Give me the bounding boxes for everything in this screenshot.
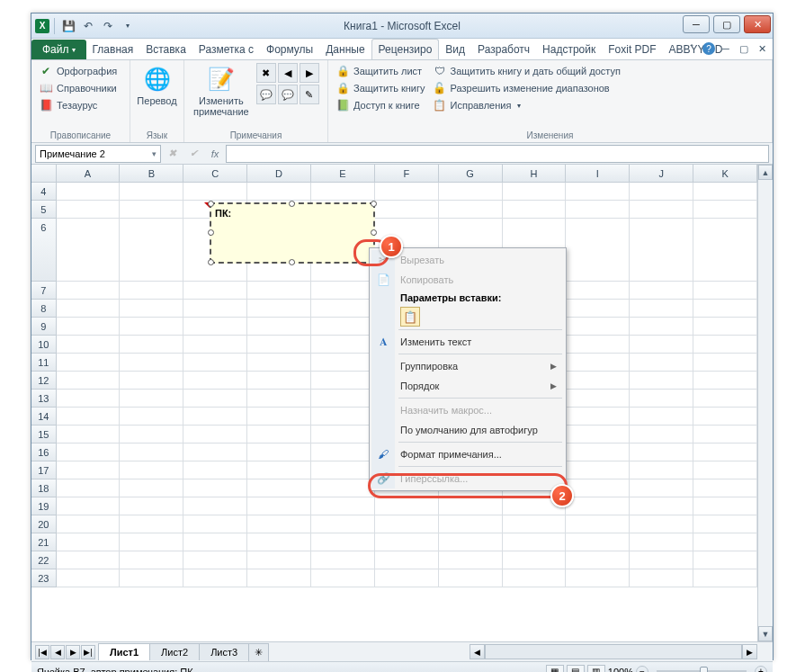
horizontal-scrollbar[interactable]: ◀ ▶ (470, 644, 757, 659)
cell[interactable] (693, 219, 757, 282)
cell[interactable] (57, 336, 121, 354)
paste-icon[interactable]: 📋 (400, 307, 420, 327)
cell[interactable] (693, 461, 757, 479)
reference-button[interactable]: 📖Справочники (37, 80, 119, 96)
tab-data[interactable]: Данные (319, 40, 371, 59)
cm-group[interactable]: Группировка▶ (371, 356, 564, 376)
col-header[interactable]: G (439, 165, 503, 182)
cell[interactable] (375, 201, 439, 219)
cell[interactable] (693, 201, 757, 219)
sheet-tab[interactable]: Лист3 (199, 643, 249, 660)
tab-addins[interactable]: Надстройк (536, 40, 602, 59)
protect-book-button[interactable]: 🔒Защитить книгу (334, 80, 427, 96)
cell[interactable] (693, 444, 757, 461)
cell[interactable] (630, 201, 693, 219)
file-tab[interactable]: Файл▾ (31, 40, 86, 59)
row-header[interactable]: 9 (31, 318, 57, 336)
cell[interactable] (311, 282, 375, 300)
cell[interactable] (503, 551, 567, 569)
cell[interactable] (183, 318, 247, 336)
row-header[interactable]: 11 (31, 354, 57, 372)
cell[interactable] (183, 282, 247, 300)
cell[interactable] (566, 282, 630, 300)
cell[interactable] (120, 426, 183, 444)
cell[interactable] (311, 444, 375, 461)
cell[interactable] (57, 551, 121, 569)
cell[interactable] (247, 479, 311, 497)
cell[interactable] (566, 201, 630, 219)
cell[interactable] (375, 551, 439, 569)
col-header[interactable]: D (247, 165, 311, 182)
cell[interactable] (247, 461, 311, 479)
next-sheet-icon[interactable]: ▶ (66, 645, 80, 659)
cell[interactable] (183, 354, 247, 372)
cell[interactable] (57, 461, 121, 479)
col-header[interactable]: H (503, 165, 567, 182)
help-icon[interactable]: ? (702, 42, 715, 55)
cell[interactable] (247, 282, 311, 300)
cm-paste-option[interactable]: 📋 (371, 306, 564, 327)
cell[interactable] (311, 479, 375, 497)
cm-format-comment[interactable]: 🖌Формат примечания... (371, 444, 564, 464)
cell[interactable] (566, 479, 630, 497)
first-sheet-icon[interactable]: |◀ (35, 645, 49, 659)
cell[interactable] (693, 408, 757, 426)
col-header[interactable]: J (630, 165, 693, 182)
cell[interactable] (57, 497, 121, 515)
cell[interactable] (120, 318, 183, 336)
cell[interactable] (120, 201, 183, 219)
cell[interactable] (566, 300, 630, 318)
cell[interactable] (311, 354, 375, 372)
cell[interactable] (311, 183, 375, 201)
cell[interactable] (693, 354, 757, 372)
cell[interactable] (566, 354, 630, 372)
show-all-icon[interactable]: 💬 (278, 85, 298, 104)
cell[interactable] (247, 372, 311, 390)
cell[interactable] (693, 497, 757, 515)
cell[interactable] (120, 551, 183, 569)
cell[interactable] (311, 336, 375, 354)
thesaurus-button[interactable]: 📕Тезаурус (37, 97, 119, 113)
delete-comment-icon[interactable]: ✖ (256, 63, 276, 83)
cell[interactable] (503, 201, 567, 219)
cell[interactable] (247, 533, 311, 551)
row-header[interactable]: 21 (31, 533, 57, 551)
cell[interactable] (630, 569, 693, 587)
cell[interactable] (120, 444, 183, 461)
cell[interactable] (247, 515, 311, 533)
cell[interactable] (693, 318, 757, 336)
cell[interactable] (311, 461, 375, 479)
vertical-scrollbar[interactable]: ▲ ▼ (757, 165, 773, 641)
row-header[interactable]: 17 (31, 461, 57, 479)
maximize-button[interactable]: ▢ (713, 15, 740, 33)
cell[interactable] (57, 372, 121, 390)
cell[interactable] (693, 569, 757, 587)
cell[interactable] (566, 426, 630, 444)
cell[interactable] (630, 479, 693, 497)
cell[interactable] (375, 569, 439, 587)
show-comment-icon[interactable]: 💬 (256, 85, 276, 104)
row-header[interactable]: 23 (31, 569, 57, 587)
cell[interactable] (566, 461, 630, 479)
cell[interactable] (693, 533, 757, 551)
row-header[interactable]: 22 (31, 551, 57, 569)
zoom-in-icon[interactable]: + (755, 666, 767, 673)
row-header[interactable]: 14 (31, 408, 57, 426)
page-layout-icon[interactable]: ▤ (567, 665, 585, 673)
cell[interactable] (630, 408, 693, 426)
cell[interactable] (57, 479, 121, 497)
cell[interactable] (57, 282, 121, 300)
cm-order[interactable]: Порядок▶ (371, 376, 564, 396)
cell[interactable] (503, 533, 567, 551)
cell[interactable] (630, 426, 693, 444)
select-all-button[interactable] (31, 165, 57, 182)
cell[interactable] (439, 497, 503, 515)
tab-review[interactable]: Рецензиро (371, 39, 440, 59)
cell[interactable] (183, 497, 247, 515)
allow-ranges-button[interactable]: 🔓Разрешить изменение диапазонов (431, 80, 622, 96)
cell[interactable] (120, 300, 183, 318)
cell[interactable] (566, 408, 630, 426)
tab-layout[interactable]: Разметка с (192, 40, 260, 59)
col-header[interactable]: E (311, 165, 375, 182)
last-sheet-icon[interactable]: ▶| (81, 645, 95, 659)
